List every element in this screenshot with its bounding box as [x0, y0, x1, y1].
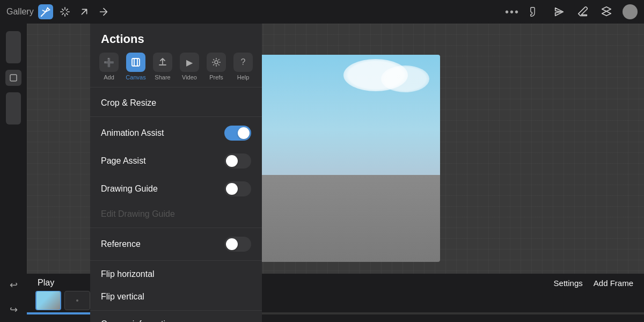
page-assist-toggle[interactable]	[224, 153, 251, 169]
opacity-slider[interactable]	[6, 92, 21, 125]
crop-resize-label: Crop & Resize	[101, 98, 156, 108]
divider-3	[90, 260, 262, 261]
tab-video[interactable]: ▶ Video	[178, 53, 201, 80]
canvas-tab-label: Canvas	[126, 74, 145, 80]
add-tab-label: Add	[104, 74, 114, 80]
canvas-information-item[interactable]: Canvas information	[90, 313, 262, 322]
sidebar-square-btn[interactable]	[5, 70, 21, 86]
frame-2[interactable]	[64, 291, 90, 310]
eraser-icon[interactable]	[575, 4, 590, 19]
video-tab-label: Video	[182, 74, 197, 80]
tab-help[interactable]: ? Help	[231, 53, 255, 80]
help-tab-label: Help	[237, 74, 250, 80]
animation-assist-knob	[238, 127, 250, 139]
flip-vertical-item[interactable]: Flip vertical	[90, 286, 262, 308]
add-frame-button[interactable]: Add Frame	[594, 279, 633, 288]
video-tab-icon: ▶	[180, 53, 199, 72]
prefs-tab-icon	[207, 53, 226, 72]
top-bar: Gallery •••	[0, 0, 644, 24]
share-tab-icon	[153, 53, 172, 72]
drawing-guide-item[interactable]: Drawing Guide	[90, 175, 262, 203]
reference-label: Reference	[101, 239, 141, 249]
page-assist-knob	[226, 155, 238, 167]
undo-button[interactable]: ↩	[5, 277, 21, 293]
help-tab-icon: ?	[233, 53, 253, 72]
brush-size-slider[interactable]	[6, 31, 21, 63]
brush-icon[interactable]	[528, 4, 543, 19]
divider-2	[90, 228, 262, 228]
left-sidebar: ↩ ↪	[0, 24, 27, 322]
svg-point-2	[215, 61, 218, 64]
more-options-icon[interactable]: •••	[505, 6, 519, 18]
svg-rect-1	[132, 58, 140, 66]
cloud2	[381, 65, 429, 92]
drawing-guide-knob	[226, 183, 238, 195]
redo-button[interactable]: ↪	[5, 302, 21, 318]
tab-canvas[interactable]: Canvas	[124, 53, 148, 80]
divider-1	[90, 116, 262, 117]
smear-icon[interactable]	[552, 4, 567, 19]
settings-button[interactable]: Settings	[554, 279, 583, 288]
animation-assist-item[interactable]: Animation Assist	[90, 119, 262, 147]
edit-drawing-guide-label: Edit Drawing Guide	[101, 209, 175, 219]
flip-vertical-label: Flip vertical	[101, 292, 144, 302]
actions-title: Actions	[90, 24, 262, 53]
tool-icons	[528, 4, 638, 19]
animation-assist-label: Animation Assist	[101, 128, 164, 138]
actions-menu: Crop & Resize Animation Assist Page Assi…	[90, 87, 262, 322]
gallery-button[interactable]: Gallery	[6, 7, 34, 17]
page-assist-label: Page Assist	[101, 156, 146, 166]
play-button[interactable]: Play	[38, 278, 54, 288]
top-bar-right: •••	[505, 4, 638, 19]
reference-item[interactable]: Reference	[90, 230, 262, 258]
dot	[76, 299, 78, 302]
canvas-information-label: Canvas information	[101, 319, 175, 322]
actions-panel: Actions ➕ Add Canvas Share ▶ Video	[90, 24, 262, 322]
drawing-guide-label: Drawing Guide	[101, 184, 158, 194]
prefs-tab-label: Prefs	[209, 74, 223, 80]
transform-icon[interactable]	[96, 4, 111, 19]
frame-1-thumbnail	[36, 291, 60, 310]
color-picker[interactable]	[623, 4, 638, 19]
flip-horizontal-item[interactable]: Flip horizontal	[90, 263, 262, 286]
tab-add[interactable]: ➕ Add	[97, 53, 121, 80]
adjust-icon[interactable]	[57, 4, 72, 19]
page-assist-item[interactable]: Page Assist	[90, 147, 262, 175]
edit-drawing-guide-item: Edit Drawing Guide	[90, 203, 262, 225]
tab-share[interactable]: Share	[151, 53, 174, 80]
selection-icon[interactable]	[77, 4, 92, 19]
actions-tabs: ➕ Add Canvas Share ▶ Video Prefs ?	[90, 53, 262, 87]
layers-icon[interactable]	[599, 4, 614, 19]
reference-knob	[226, 238, 238, 250]
add-tab-icon: ➕	[99, 53, 119, 72]
top-bar-left: Gallery	[6, 4, 111, 19]
reference-toggle[interactable]	[224, 237, 251, 252]
flip-horizontal-label: Flip horizontal	[101, 269, 155, 279]
magic-wand-icon[interactable]	[38, 4, 53, 19]
crop-resize-item[interactable]: Crop & Resize	[90, 92, 262, 114]
svg-rect-0	[10, 75, 17, 81]
divider-4	[90, 310, 262, 311]
frame-1[interactable]	[35, 291, 61, 310]
canvas-tab-icon	[126, 53, 145, 72]
animation-assist-toggle[interactable]	[224, 126, 251, 141]
tab-prefs[interactable]: Prefs	[204, 53, 228, 80]
playback-right: Settings Add Frame	[554, 279, 633, 288]
drawing-guide-toggle[interactable]	[224, 181, 251, 196]
share-tab-label: Share	[155, 74, 170, 80]
